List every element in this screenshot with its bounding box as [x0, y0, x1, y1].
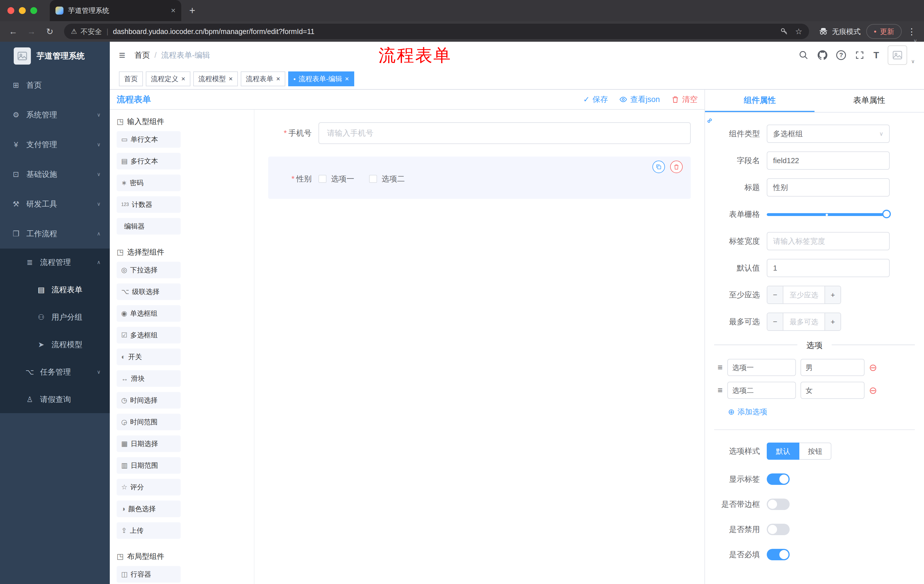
browser-menu-icon[interactable]: ⋮: [905, 26, 918, 36]
key-icon[interactable]: [780, 28, 788, 35]
decrease-button[interactable]: −: [767, 313, 783, 330]
palette-item-cascader[interactable]: ⌥ 级联选择: [117, 283, 181, 300]
palette-item-color-picker[interactable]: ◑ 颜色选择: [117, 500, 181, 517]
help-icon[interactable]: ?: [836, 50, 846, 60]
window-close-button[interactable]: [7, 7, 14, 14]
sidebar-item-process-form[interactable]: ▤ 流程表单: [0, 276, 110, 303]
gender-checkbox-option2[interactable]: 选项二: [369, 174, 405, 184]
tag-process-definition[interactable]: 流程定义 ×: [146, 71, 190, 86]
checkbox-icon[interactable]: [318, 175, 327, 183]
palette-item-password[interactable]: ∗ 密码: [117, 174, 181, 191]
style-button-button[interactable]: 按钮: [799, 443, 832, 460]
save-button[interactable]: ✓ 保存: [583, 94, 608, 105]
back-button[interactable]: ←: [6, 26, 21, 36]
breadcrumb-home[interactable]: 首页: [134, 50, 150, 60]
palette-item-row-container[interactable]: ◫ 行容器: [117, 566, 181, 582]
form-canvas[interactable]: *手机号: [254, 110, 705, 584]
phone-input[interactable]: [318, 122, 691, 144]
bookmark-star-icon[interactable]: ☆: [795, 27, 802, 36]
close-icon[interactable]: ×: [276, 75, 280, 83]
fullscreen-icon[interactable]: [855, 50, 865, 60]
border-switch[interactable]: [767, 498, 790, 510]
url-text[interactable]: dashboard.yudao.iocoder.cn/bpm/manager/f…: [113, 28, 777, 36]
slider-handle[interactable]: [882, 210, 891, 218]
tag-process-model[interactable]: 流程模型 ×: [193, 71, 238, 86]
browser-tab[interactable]: 芋道管理系统 ×: [50, 0, 181, 21]
palette-item-date-picker[interactable]: ▦ 日期选择: [117, 436, 181, 452]
drag-handle-icon[interactable]: ≡: [718, 385, 723, 395]
default-value-input[interactable]: [767, 259, 890, 277]
avatar[interactable]: [888, 45, 907, 65]
reload-button[interactable]: ↻: [42, 26, 57, 36]
required-switch[interactable]: [767, 549, 790, 560]
close-icon[interactable]: ×: [181, 75, 185, 83]
font-size-icon[interactable]: T: [873, 50, 879, 61]
canvas-field-gender-selected[interactable]: *性别 选项一 选项二: [268, 156, 691, 199]
sidebar-item-workflow[interactable]: ❒ 工作流程 ∧: [0, 219, 110, 248]
sidebar-item-process-model[interactable]: ➤ 流程模型: [0, 331, 110, 358]
palette-item-radio-group[interactable]: ◉ 单选框组: [117, 305, 181, 322]
sidebar-item-user-group[interactable]: ⚇ 用户分组: [0, 303, 110, 331]
sidebar-item-payment[interactable]: ¥ 支付管理 ∨: [0, 130, 110, 160]
avatar-caret-icon[interactable]: ∨: [911, 58, 915, 64]
remove-option-icon[interactable]: ⊖: [869, 363, 878, 372]
component-type-select[interactable]: 多选框组 ∨: [767, 125, 890, 143]
forward-button[interactable]: →: [24, 26, 39, 36]
tab-form-props[interactable]: 表单属性: [815, 90, 924, 112]
window-minimize-button[interactable]: [19, 7, 26, 14]
close-icon[interactable]: ×: [345, 75, 349, 83]
checkbox-icon[interactable]: [369, 175, 377, 183]
palette-item-multi-line-text[interactable]: ▤ 多行文本: [117, 153, 181, 169]
tab-close-icon[interactable]: ×: [171, 6, 175, 15]
option-value-input[interactable]: [800, 359, 865, 376]
tag-process-form[interactable]: 流程表单 ×: [241, 71, 285, 86]
sidebar-item-leave-query[interactable]: ♙ 请假查询: [0, 386, 110, 413]
add-option-button[interactable]: ⊕ 添加选项: [728, 407, 924, 417]
sidebar-item-process-management[interactable]: ≣ 流程管理 ∧: [0, 248, 110, 276]
new-tab-button[interactable]: +: [189, 5, 195, 16]
palette-item-time-range[interactable]: ◶ 时间范围: [117, 414, 181, 430]
form-grid-slider[interactable]: [767, 205, 890, 224]
search-icon[interactable]: [799, 50, 809, 60]
delete-component-button[interactable]: [670, 161, 683, 173]
max-select-value[interactable]: 最多可选: [783, 313, 825, 330]
title-input[interactable]: [767, 178, 890, 197]
style-default-button[interactable]: 默认: [767, 443, 799, 460]
sidebar-item-system[interactable]: ⚙ 系统管理 ∨: [0, 100, 110, 130]
close-icon[interactable]: ×: [229, 75, 233, 83]
sidebar-toggle-icon[interactable]: ≡: [119, 49, 125, 61]
canvas-field-phone[interactable]: *手机号: [268, 118, 691, 148]
show-label-switch[interactable]: [767, 474, 790, 485]
palette-item-counter[interactable]: 123 计数器: [117, 196, 181, 213]
clear-button[interactable]: 清空: [671, 94, 698, 105]
sidebar-item-devtools[interactable]: ⚒ 研发工具 ∨: [0, 189, 110, 219]
option-value-input[interactable]: [800, 382, 865, 399]
palette-item-checkbox-group[interactable]: ☑ 多选框组: [117, 327, 181, 344]
view-json-button[interactable]: 查看json: [619, 94, 660, 105]
remove-option-icon[interactable]: ⊖: [869, 385, 878, 395]
palette-item-switch[interactable]: ◐ 开关: [117, 349, 181, 365]
tag-process-form-edit[interactable]: ● 流程表单-编辑 ×: [288, 71, 354, 86]
sidebar-item-infrastructure[interactable]: ⊡ 基础设施 ∨: [0, 160, 110, 189]
increase-button[interactable]: +: [825, 313, 840, 330]
update-button[interactable]: ● 更新: [866, 24, 902, 39]
palette-item-upload[interactable]: ⇪ 上传: [117, 522, 181, 539]
disabled-switch[interactable]: [767, 524, 790, 535]
sidebar-item-home[interactable]: ⊞ 首页: [0, 70, 110, 100]
slider-track[interactable]: [767, 213, 890, 216]
gender-checkbox-option1[interactable]: 选项一: [318, 174, 354, 184]
sidebar-item-task-management[interactable]: ⌥ 任务管理 ∨: [0, 358, 110, 386]
address-bar[interactable]: ⚠ 不安全 | dashboard.yudao.iocoder.cn/bpm/m…: [64, 24, 809, 39]
palette-item-rate[interactable]: ☆ 评分: [117, 479, 181, 495]
option-label-input[interactable]: [727, 359, 796, 376]
github-icon[interactable]: [817, 50, 828, 60]
tag-home[interactable]: 首页: [119, 71, 143, 86]
palette-item-slider[interactable]: ↔ 滑块: [117, 370, 181, 387]
window-zoom-button[interactable]: [30, 7, 37, 14]
field-name-input[interactable]: [767, 151, 890, 170]
drag-handle-icon[interactable]: ≡: [718, 363, 723, 372]
label-width-input[interactable]: [767, 232, 890, 250]
palette-item-editor[interactable]: 编辑器: [117, 218, 181, 235]
option-label-input[interactable]: [727, 382, 796, 399]
increase-button[interactable]: +: [825, 286, 840, 303]
